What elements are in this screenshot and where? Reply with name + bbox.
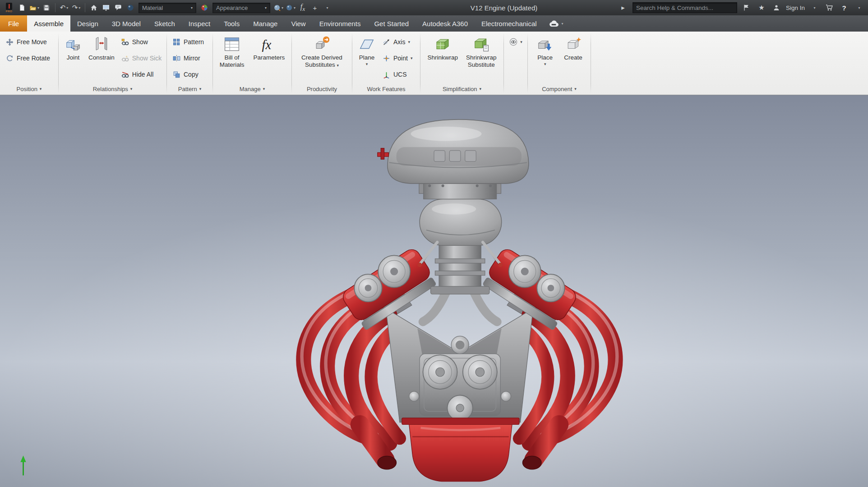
tab-inspect[interactable]: Inspect — [182, 15, 217, 32]
panel-label-component[interactable]: Component▾ — [528, 83, 591, 95]
create-button[interactable]: Create — [561, 34, 586, 61]
tab-get-started[interactable]: Get Started — [367, 15, 416, 32]
search-box[interactable] — [633, 2, 737, 13]
create-component-icon — [564, 35, 582, 53]
notification-flag-icon[interactable] — [741, 2, 752, 13]
pattern-button[interactable]: Pattern — [169, 34, 210, 50]
bill-of-materials-icon — [223, 35, 241, 53]
appearance-dropdown[interactable]: Appearance▾ — [212, 3, 270, 13]
inventor-logo-sub: PRO — [6, 10, 13, 13]
panel-label-simplification[interactable]: Simplification▾ — [420, 83, 503, 95]
panel-manage: Bill of Materials fx Parameters Manage▾ — [213, 32, 291, 95]
inventor-logo[interactable]: I PRO — [3, 1, 15, 14]
redo-icon[interactable]: ↷▾ — [71, 2, 82, 13]
sign-in-button[interactable]: Sign In — [786, 5, 805, 11]
panel-label-pattern[interactable]: Pattern▾ — [167, 83, 212, 95]
show-button[interactable]: Show — [118, 34, 165, 50]
visibility-options-button[interactable]: ▾ — [508, 34, 524, 50]
tab-tools[interactable]: Tools — [217, 15, 246, 32]
show-sick-icon — [121, 54, 129, 63]
dropdown-arrow-icon: ▾ — [520, 40, 522, 44]
point-button[interactable]: Point ▾ — [379, 50, 416, 66]
bill-of-materials-button[interactable]: Bill of Materials — [217, 34, 248, 69]
tab-3d-model[interactable]: 3D Model — [105, 15, 148, 32]
tab-environments[interactable]: Environments — [313, 15, 368, 32]
material-dropdown[interactable]: Material▾ — [139, 3, 196, 13]
titlebar-separator — [55, 3, 55, 12]
a360-cloud-button[interactable]: ▾ — [544, 15, 569, 32]
panel-visibility: ▾ — [504, 32, 527, 95]
tab-view[interactable]: View — [284, 15, 312, 32]
favorites-star-icon[interactable]: ★ — [756, 2, 767, 13]
ribbon: Free Move Free Rotate Position▾ Joint Co… — [0, 32, 868, 95]
show-sick-button[interactable]: Show Sick — [118, 50, 165, 66]
shrinkwrap-substitute-button[interactable]: Shrinkwrap Substitute — [463, 34, 500, 69]
home-icon[interactable] — [88, 2, 99, 13]
parameters-fx-icon[interactable]: fx — [297, 2, 308, 13]
titlebar-separator — [85, 3, 85, 12]
create-derived-substitutes-icon — [313, 35, 331, 53]
undo-icon[interactable]: ↶▾ — [59, 2, 69, 13]
tab-autodesk-a360[interactable]: Autodesk A360 — [416, 15, 475, 32]
shrinkwrap-button[interactable]: Shrinkwrap — [424, 34, 461, 61]
dropdown-arrow-icon: ▾ — [199, 87, 202, 91]
annotation-icon[interactable] — [113, 2, 124, 13]
add-icon[interactable]: + — [309, 2, 320, 13]
adjust-ball-icon[interactable]: ▾ — [273, 2, 284, 13]
tab-assemble[interactable]: Assemble — [27, 15, 70, 32]
axis-button[interactable]: Axis ▾ — [379, 34, 416, 50]
tab-file[interactable]: File — [0, 15, 27, 32]
create-derived-substitutes-button[interactable]: Create Derived Substitutes ▾ — [298, 34, 346, 69]
dropdown-arrow-icon: ▾ — [408, 40, 410, 44]
constrain-icon — [92, 35, 111, 53]
place-component-icon — [536, 35, 554, 53]
viewport[interactable]: .tube{stroke:url(#redH);stroke-width:27;… — [0, 95, 868, 487]
ucs-button[interactable]: UCS — [379, 66, 416, 83]
panel-label-work-features[interactable]: Work Features — [352, 83, 420, 95]
free-rotate-button[interactable]: Free Rotate — [2, 50, 56, 66]
tab-sketch[interactable]: Sketch — [148, 15, 182, 32]
store-cart-icon[interactable] — [824, 2, 835, 13]
free-rotate-icon — [5, 54, 14, 63]
new-file-icon[interactable] — [17, 2, 28, 13]
free-move-button[interactable]: Free Move — [2, 34, 56, 50]
panel-label-manage[interactable]: Manage▾ — [213, 83, 291, 95]
panel-position: Free Move Free Rotate Position▾ — [0, 32, 58, 95]
oil-pan[interactable] — [402, 418, 519, 482]
joint-button[interactable]: Joint — [61, 34, 85, 61]
open-icon[interactable]: ▾ — [29, 2, 40, 13]
panel-label-visibility — [504, 83, 527, 95]
screen-capture-icon[interactable] — [101, 2, 111, 13]
mirror-button[interactable]: Mirror — [169, 50, 210, 66]
help-icon[interactable]: ? — [839, 2, 850, 13]
expand-panel-arrow-icon[interactable]: ▸ — [618, 2, 628, 13]
sign-in-dropdown-arrow-icon[interactable]: ▾ — [809, 2, 820, 13]
help-dropdown-arrow-icon[interactable]: ▾ — [854, 2, 864, 13]
qat-customize-arrow-icon[interactable]: ▾ — [322, 2, 332, 13]
tab-design[interactable]: Design — [70, 15, 105, 32]
copy-icon — [172, 70, 181, 79]
constrain-button[interactable]: Constrain — [85, 34, 118, 61]
panel-label-productivity[interactable]: Productivity — [292, 83, 352, 95]
free-move-icon — [5, 38, 14, 46]
tab-manage[interactable]: Manage — [246, 15, 284, 32]
viewport-canvas[interactable]: .tube{stroke:url(#redH);stroke-width:27;… — [0, 95, 868, 487]
hide-all-button[interactable]: Hide All — [118, 66, 165, 83]
analysis-ball-icon[interactable]: ▾ — [285, 2, 296, 13]
parameters-icon: fx — [260, 35, 278, 53]
search-input[interactable] — [636, 5, 734, 11]
appearance-dropdown-arrow-icon: ▾ — [265, 6, 267, 10]
user-icon[interactable] — [771, 2, 782, 13]
point-icon — [382, 54, 391, 63]
tab-electromechanical[interactable]: Electromechanical — [475, 15, 544, 32]
panel-label-relationships[interactable]: Relationships▾ — [59, 83, 166, 95]
material-ball-icon[interactable] — [125, 2, 136, 13]
panel-label-position[interactable]: Position▾ — [0, 83, 58, 95]
save-icon[interactable] — [41, 2, 52, 13]
appearance-ball-icon[interactable] — [199, 2, 210, 13]
place-button[interactable]: Place ▾ — [533, 34, 557, 66]
parameters-button[interactable]: fx Parameters — [250, 34, 288, 61]
copy-button[interactable]: Copy — [169, 66, 210, 83]
open-dropdown-arrow-icon: ▾ — [37, 6, 39, 10]
plane-button[interactable]: Plane ▾ — [355, 34, 379, 66]
